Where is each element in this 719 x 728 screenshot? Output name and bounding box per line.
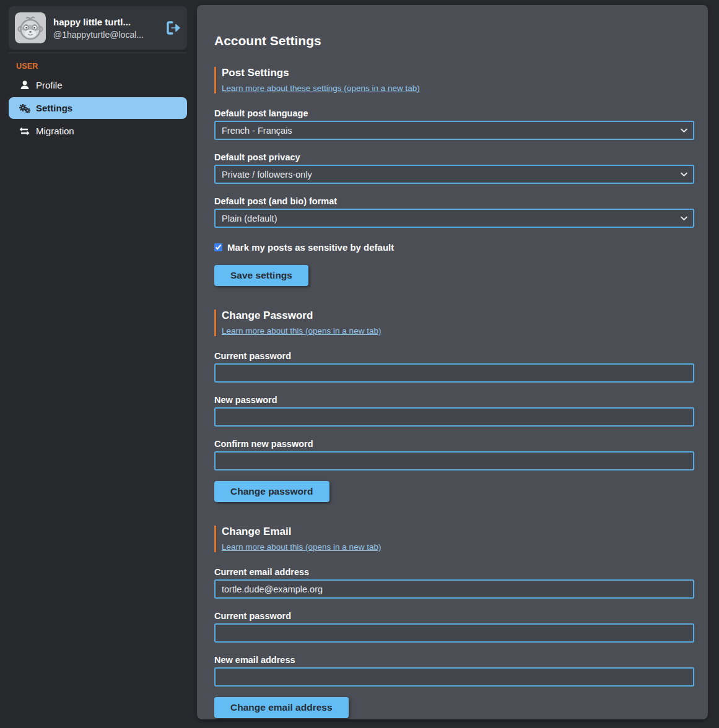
user-display-name: happy little turtl... (53, 17, 159, 27)
sidebar-item-label: Migration (36, 126, 74, 136)
new-password-label: New password (214, 395, 694, 405)
confirm-new-password-input[interactable] (214, 451, 694, 470)
post-settings-heading: Post Settings (222, 67, 694, 79)
current-password-input[interactable] (214, 363, 694, 383)
default-post-privacy-select[interactable]: Private / followers-only (214, 165, 694, 184)
email-current-password-input[interactable] (214, 623, 694, 643)
sidebar: happy little turtl... @1happyturtle@loca… (0, 0, 197, 728)
new-email-label: New email address (214, 655, 694, 665)
sensitive-default-checkbox[interactable] (214, 243, 222, 251)
change-email-learn-link[interactable]: Learn more about this (opens in a new ta… (222, 542, 381, 552)
sensitive-default-label: Mark my posts as sensitive by default (227, 242, 394, 253)
default-post-language-label: Default post language (214, 108, 694, 118)
sloth-avatar (15, 12, 46, 43)
page-title: Account Settings (214, 33, 694, 48)
post-settings-header: Post Settings Learn more about these set… (214, 67, 694, 93)
default-post-format-label: Default post (and bio) format (214, 196, 694, 206)
sidebar-item-profile[interactable]: Profile (9, 74, 187, 96)
user-handle: @1happyturtle@local... (53, 30, 159, 40)
current-password-label: Current password (214, 351, 694, 361)
sidebar-item-label: Settings (36, 103, 72, 113)
new-password-input[interactable] (214, 407, 694, 427)
sidebar-nav: Profile (9, 74, 187, 142)
user-card[interactable]: happy little turtl... @1happyturtle@loca… (9, 6, 187, 50)
user-icon (19, 80, 30, 90)
sensitive-default-row: Mark my posts as sensitive by default (214, 242, 694, 253)
default-post-privacy-label: Default post privacy (214, 152, 694, 162)
user-identity: happy little turtl... @1happyturtle@loca… (53, 17, 159, 40)
account-settings-panel: Account Settings Post Settings Learn mor… (197, 5, 708, 719)
default-post-format-select[interactable]: Plain (default) (214, 209, 694, 228)
gears-icon (19, 103, 30, 113)
save-settings-button[interactable]: Save settings (214, 265, 308, 286)
sidebar-divider (9, 53, 187, 53)
change-password-heading: Change Password (222, 310, 694, 322)
email-current-password-label: Current password (214, 611, 694, 621)
sign-out-icon[interactable] (166, 20, 181, 35)
current-email-input[interactable] (214, 579, 694, 599)
default-post-language-select[interactable]: French - Français (214, 121, 694, 140)
change-password-learn-link[interactable]: Learn more about this (opens in a new ta… (222, 326, 381, 336)
post-settings-learn-link[interactable]: Learn more about these settings (opens i… (222, 84, 420, 93)
change-email-heading: Change Email (222, 526, 694, 538)
change-email-header: Change Email Learn more about this (open… (214, 526, 694, 552)
confirm-new-password-label: Confirm new password (214, 439, 694, 449)
sidebar-item-label: Profile (36, 80, 63, 90)
new-email-input[interactable] (214, 667, 694, 687)
change-password-header: Change Password Learn more about this (o… (214, 310, 694, 336)
sidebar-item-settings[interactable]: Settings (9, 97, 187, 119)
transfer-icon (19, 127, 30, 136)
current-email-label: Current email address (214, 567, 694, 577)
change-password-button[interactable]: Change password (214, 481, 329, 502)
change-email-button[interactable]: Change email address (214, 697, 349, 718)
sidebar-item-migration[interactable]: Migration (9, 120, 187, 142)
nav-section-label-user: USER (16, 62, 187, 71)
